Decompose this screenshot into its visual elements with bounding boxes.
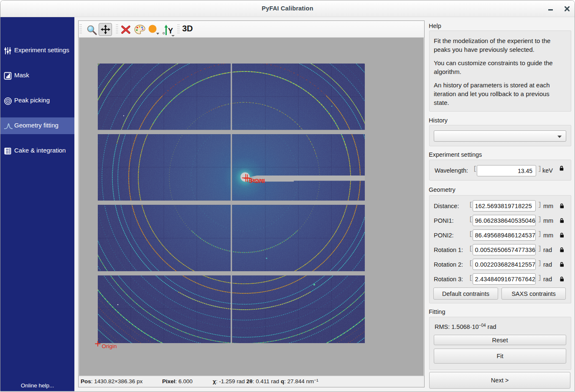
svg-text:PONI: PONI [250,178,265,184]
svg-text:o: o [163,31,165,35]
svg-text:Y: Y [168,27,173,35]
svg-text:Origin: Origin [102,343,117,349]
